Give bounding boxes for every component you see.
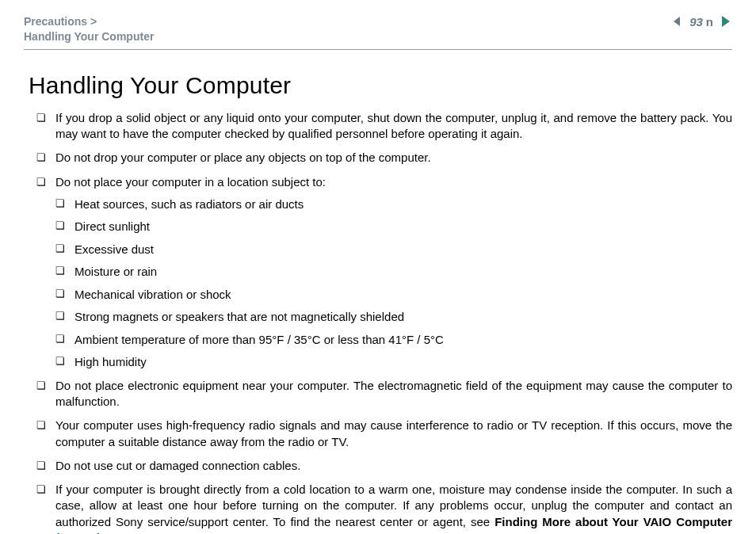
- list-item: High humidity: [55, 354, 732, 370]
- page-link[interactable]: (page 6): [55, 531, 101, 534]
- list-item: Mechanical vibration or shock: [55, 287, 732, 303]
- list-item-text: Do not place your computer in a location…: [55, 175, 326, 189]
- list-item: Do not use cut or damaged connection cab…: [36, 458, 732, 474]
- list-item: Direct sunlight: [55, 219, 732, 235]
- next-page-icon[interactable]: [718, 14, 732, 29]
- list-item: Do not place your computer in a location…: [36, 174, 732, 370]
- text-run: .: [101, 531, 105, 534]
- document-page: Precautions > Handling Your Computer 93 …: [0, 0, 756, 534]
- list-item: Excessive dust: [55, 242, 732, 257]
- page-header: Precautions > Handling Your Computer 93 …: [24, 14, 732, 50]
- breadcrumb-section: Precautions >: [24, 14, 154, 29]
- list-item: Do not place electronic equipment near y…: [36, 378, 732, 410]
- list-item: Heat sources, such as radiators or air d…: [55, 196, 732, 212]
- n-glyph: n: [706, 15, 713, 29]
- content-list: If you drop a solid object or any liquid…: [24, 110, 732, 534]
- svg-marker-1: [722, 16, 730, 27]
- breadcrumb-page: Handling Your Computer: [24, 29, 154, 44]
- list-item: If you drop a solid object or any liquid…: [36, 110, 732, 143]
- prev-page-icon[interactable]: [670, 14, 685, 29]
- sub-list: Heat sources, such as radiators or air d…: [55, 196, 732, 370]
- bold-text: Finding More about Your VAIO Computer: [494, 515, 732, 528]
- page-number: 93: [689, 15, 703, 29]
- list-item: Do not drop your computer or place any o…: [36, 150, 732, 166]
- list-item: Your computer uses high-frequency radio …: [36, 418, 732, 450]
- breadcrumb: Precautions > Handling Your Computer: [24, 14, 154, 44]
- list-item: Ambient temperature of more than 95°F / …: [55, 332, 732, 348]
- list-item: Moisture or rain: [55, 264, 732, 280]
- list-item: If your computer is brought directly fro…: [36, 482, 732, 534]
- page-title: Handling Your Computer: [29, 72, 732, 99]
- svg-marker-0: [674, 17, 680, 26]
- page-nav: 93 n: [670, 14, 732, 29]
- list-item: Strong magnets or speakers that are not …: [55, 309, 732, 325]
